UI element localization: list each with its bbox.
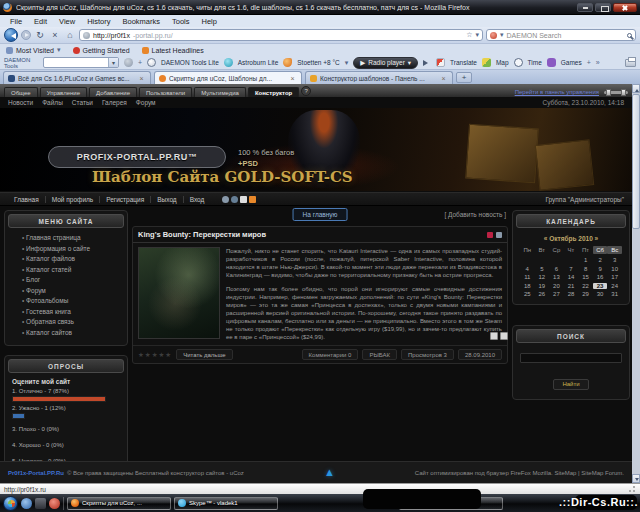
add-toolbar-icon[interactable]: + bbox=[587, 59, 591, 66]
menu-history[interactable]: History bbox=[81, 17, 116, 26]
calendar-date[interactable]: 25 bbox=[520, 291, 535, 297]
translate-label[interactable]: Translate bbox=[450, 59, 477, 66]
task-firefox[interactable]: Скрипты для uCoz, ... bbox=[67, 497, 171, 510]
calendar-today[interactable]: 23 bbox=[593, 283, 608, 289]
back-button[interactable] bbox=[4, 28, 18, 42]
calendar-date[interactable]: 11 bbox=[520, 274, 535, 280]
calendar-date[interactable]: 19 bbox=[535, 283, 550, 289]
weather-icon[interactable] bbox=[283, 58, 292, 67]
radio-dropdown-icon[interactable]: ▾ bbox=[408, 59, 411, 67]
quicklaunch-app-icon[interactable] bbox=[35, 498, 46, 509]
calendar-date[interactable]: 10 bbox=[607, 266, 622, 272]
site-search-button[interactable]: Найти bbox=[553, 379, 588, 390]
play-icon[interactable]: ▶ bbox=[360, 59, 365, 67]
home-icon[interactable]: ⌂ bbox=[64, 29, 76, 42]
menu-file[interactable]: File bbox=[4, 17, 28, 26]
map-icon[interactable] bbox=[482, 58, 491, 67]
calendar-date[interactable]: 24 bbox=[607, 283, 622, 289]
quicklaunch-download-icon[interactable] bbox=[49, 498, 60, 509]
admin-tab-general[interactable]: Общее bbox=[4, 87, 38, 97]
menu-edit[interactable]: Edit bbox=[28, 17, 53, 26]
calendar-date[interactable]: 16 bbox=[593, 274, 608, 280]
scrollbar-thumb[interactable] bbox=[632, 94, 640, 229]
daemon-tools-lite-label[interactable]: DAEMON Tools Lite bbox=[161, 59, 219, 66]
article-title[interactable]: King's Bounty: Перекрестки миров bbox=[138, 230, 484, 239]
menu-item-guestbook[interactable]: Гостевая книга bbox=[22, 307, 120, 318]
calendar-date[interactable]: 22 bbox=[578, 283, 593, 289]
topnav-articles[interactable]: Статьи bbox=[72, 99, 93, 106]
time-label[interactable]: Time bbox=[528, 59, 542, 66]
print-icon[interactable] bbox=[625, 59, 636, 67]
mail-icon[interactable] bbox=[240, 196, 247, 203]
menu-item-forum[interactable]: Форум bbox=[22, 286, 120, 297]
search-engine-icon[interactable] bbox=[490, 32, 497, 39]
bookmark-star-icon[interactable]: ☆ bbox=[466, 31, 472, 39]
calendar-date[interactable]: 2 bbox=[593, 257, 608, 263]
topnav-gallery[interactable]: Галерея bbox=[102, 99, 127, 106]
task-skype[interactable]: Skype™ - vladek1 bbox=[174, 497, 278, 510]
topnav-news[interactable]: Новости bbox=[8, 99, 33, 106]
admin-tab-management[interactable]: Управление bbox=[40, 87, 87, 97]
scroll-up-icon[interactable] bbox=[632, 84, 640, 93]
admin-tab-users[interactable]: Пользователи bbox=[139, 87, 192, 97]
calendar-date[interactable]: 20 bbox=[549, 283, 564, 289]
menu-bookmarks[interactable]: Bookmarks bbox=[117, 17, 167, 26]
calendar-date[interactable]: 15 bbox=[578, 274, 593, 280]
overflow-icon[interactable]: » bbox=[596, 59, 600, 66]
calendar-date[interactable]: 30 bbox=[593, 291, 608, 297]
tab-close-icon[interactable]: × bbox=[288, 74, 297, 83]
engine-dropdown-icon[interactable]: ▾ bbox=[500, 31, 504, 39]
admin-edit-icon[interactable] bbox=[490, 332, 498, 340]
page-scrollbar[interactable] bbox=[632, 84, 640, 483]
tab-2-active[interactable]: Скрипты для uCoz, Шаблоны дл... × bbox=[154, 71, 302, 84]
new-tab-button[interactable]: + bbox=[456, 72, 472, 83]
tab-1[interactable]: Всё для Cs 1.6,PLuCoz и Games вс... × bbox=[3, 71, 151, 84]
calendar-date[interactable]: 6 bbox=[549, 266, 564, 272]
search-bar[interactable]: ▾ DAEMON Search bbox=[486, 29, 636, 41]
calendar-month-nav[interactable]: « Октябрь 2010 » bbox=[520, 235, 622, 242]
gear-icon[interactable] bbox=[124, 58, 133, 67]
comments-link[interactable]: Комментарии 0 bbox=[302, 349, 359, 360]
scroll-down-icon[interactable] bbox=[632, 474, 640, 483]
astroburn-label[interactable]: Astroburn Lite bbox=[238, 59, 278, 66]
nav-profile[interactable]: Мой профиль bbox=[45, 196, 99, 203]
calendar-date[interactable]: 26 bbox=[535, 291, 550, 297]
author-link[interactable]: РЫБАК bbox=[362, 349, 397, 360]
calendar-date[interactable]: 27 bbox=[549, 291, 564, 297]
calendar-date[interactable]: 17 bbox=[607, 274, 622, 280]
url-bar[interactable]: http://pr0f1x -portal.pp.ru/ ☆ ▾ bbox=[79, 29, 483, 41]
calendar-date[interactable]: 12 bbox=[535, 274, 550, 280]
minimize-button[interactable] bbox=[577, 3, 593, 12]
tab-close-icon[interactable]: × bbox=[137, 74, 146, 83]
calendar-date[interactable]: 29 bbox=[578, 291, 593, 297]
calendar-date[interactable]: 5 bbox=[535, 266, 550, 272]
calendar-date[interactable]: 14 bbox=[564, 274, 579, 280]
admin-tab-builder[interactable]: Конструктор bbox=[248, 87, 299, 97]
combo-dropdown-icon[interactable]: ▾ bbox=[108, 58, 118, 67]
daemon-combobox[interactable]: ▾ bbox=[43, 57, 119, 68]
calendar-date[interactable]: 21 bbox=[564, 283, 579, 289]
ucoz-icon[interactable] bbox=[249, 196, 256, 203]
calendar-date[interactable]: 13 bbox=[549, 274, 564, 280]
calendar-date[interactable]: 1 bbox=[578, 257, 593, 263]
admin-tab-add[interactable]: Добавление bbox=[89, 87, 137, 97]
site-search-input[interactable] bbox=[520, 353, 622, 363]
menu-tools[interactable]: Tools bbox=[166, 17, 196, 26]
calendar-date[interactable]: 28 bbox=[564, 291, 579, 297]
nav-home[interactable]: Главная bbox=[8, 196, 45, 203]
menu-item-main[interactable]: Главная страница bbox=[22, 233, 120, 244]
transparency-slider[interactable] bbox=[604, 91, 628, 94]
games-label[interactable]: Games bbox=[561, 59, 582, 66]
add-icon[interactable]: + bbox=[138, 59, 142, 66]
globe-icon[interactable] bbox=[231, 196, 238, 203]
menu-item-photos[interactable]: Фотоальбомы bbox=[22, 296, 120, 307]
translate-icon[interactable] bbox=[436, 58, 445, 67]
calendar-date[interactable]: 8 bbox=[578, 266, 593, 272]
refresh-icon[interactable]: ↻ bbox=[34, 29, 46, 42]
nav-register[interactable]: Регистрация bbox=[99, 196, 150, 203]
menu-view[interactable]: View bbox=[53, 17, 81, 26]
calendar-date[interactable]: 7 bbox=[564, 266, 579, 272]
radio-player-widget[interactable]: ▶ Radio player ▾ bbox=[353, 57, 418, 69]
read-more-link[interactable]: Читать дальше bbox=[176, 349, 232, 360]
calendar-date[interactable]: 31 bbox=[607, 291, 622, 297]
